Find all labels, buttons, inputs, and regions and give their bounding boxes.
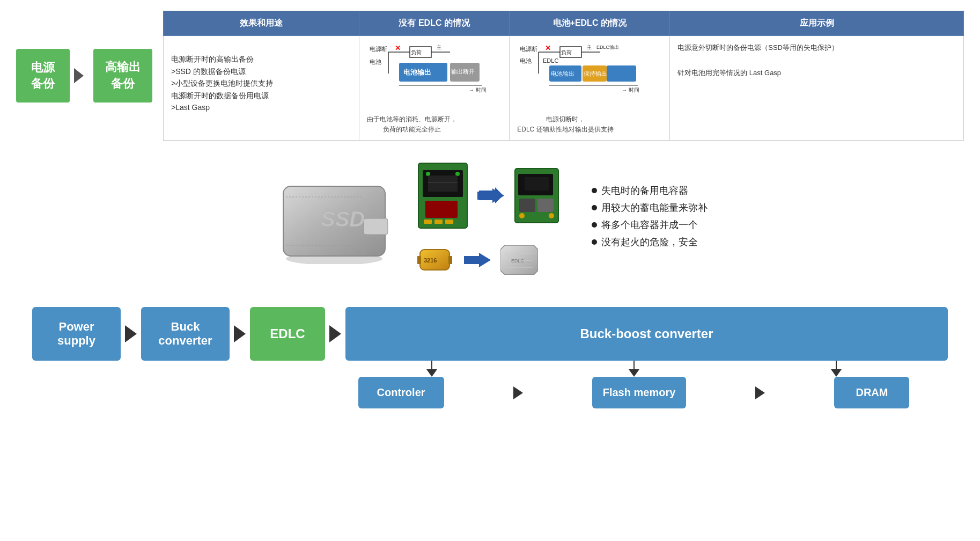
arrow-down-controller	[426, 361, 437, 377]
ssd-svg: SSD	[272, 170, 396, 264]
table-app-example-cell: 电源意外切断时的备份电源（SSD等用的失电保护） 针对电池用完等情况的 Last…	[670, 36, 964, 141]
arrows-down-row	[320, 361, 948, 377]
svg-text:EDLC输出: EDLC输出	[596, 45, 619, 50]
arrow-buck-to-edlc	[234, 325, 246, 342]
controller-box: Controler	[358, 377, 444, 408]
arrow-ps-to-buck	[125, 325, 137, 342]
svg-rect-54	[519, 199, 535, 212]
main-table: 效果和用途 没有 EDLC 的情况 电池+EDLC 的情况 应用示例 电源断开时…	[163, 11, 964, 141]
power-backup-label: 电源备份	[16, 49, 70, 103]
flash-memory-box: Flash memory	[592, 377, 687, 408]
sub-boxes-row: Controler Flash memory DRAM	[320, 377, 948, 408]
svg-text:电源断: 电源断	[370, 46, 387, 52]
svg-text:主: 主	[587, 45, 592, 50]
capacitor-yellow: 3216	[417, 245, 455, 275]
svg-rect-61	[417, 256, 421, 264]
svg-rect-55	[537, 199, 554, 212]
no-edlc-caption: 由于电池等的消耗、电源断开， 负荷的功能完全停止	[367, 114, 457, 135]
buck-boost-box: Buck-boost converter	[345, 307, 948, 361]
svg-rect-62	[448, 256, 452, 264]
table-header-examples: 应用示例	[670, 11, 964, 36]
svg-point-46	[455, 172, 460, 176]
arrow-down-flash	[629, 361, 639, 377]
with-edlc-diagram: 电源断 ✕ 负荷 主 EDLC输出 电池	[517, 41, 662, 135]
capacitor-edlc: EDLC	[500, 245, 538, 275]
svg-point-57	[549, 213, 554, 218]
svg-rect-44	[445, 220, 453, 224]
svg-text:EDLC: EDLC	[511, 258, 525, 264]
edlc-box: EDLC	[250, 307, 325, 361]
table-header-no-edlc: 没有 EDLC 的情况	[359, 11, 510, 36]
svg-rect-47	[428, 176, 458, 192]
svg-text:电池输出: 电池输出	[551, 70, 574, 77]
bottom-section: Power supply Buck converter EDLC Buck-bo…	[0, 291, 980, 425]
svg-text:负荷: 负荷	[411, 49, 422, 55]
with-edlc-caption: 电源切断时， EDLC 还辅助性地对输出提供支持	[517, 114, 613, 135]
dram-box: DRAM	[834, 377, 909, 408]
svg-rect-35	[364, 218, 388, 235]
arrow-down-dram	[831, 361, 842, 377]
bullet-dot-3	[592, 222, 597, 228]
cap-arrow-right	[463, 251, 492, 269]
svg-rect-58	[525, 177, 549, 191]
table-header-with-edlc: 电池+EDLC 的情况	[510, 11, 670, 36]
no-edlc-svg: 电源断 电池 ✕ 负荷 主	[367, 41, 496, 111]
left-labels: 电源备份 高输出 备份	[16, 49, 152, 103]
svg-text:✕: ✕	[545, 44, 551, 52]
bullet-item-2: 用较大的蓄电能量来弥补	[592, 201, 708, 214]
flow-top-row: Power supply Buck converter EDLC Buck-bo…	[32, 307, 948, 361]
svg-text:主: 主	[437, 45, 441, 50]
pcb-board-1	[417, 162, 468, 229]
buck-converter-box: Buck converter	[141, 307, 230, 361]
pcb-group	[417, 162, 559, 229]
high-output-label: 高输出 备份	[93, 49, 152, 103]
power-supply-box: Power supply	[32, 307, 121, 361]
table-no-edlc-cell: 电源断 电池 ✕ 负荷 主	[359, 36, 510, 141]
svg-rect-30	[607, 65, 636, 82]
svg-text:✕: ✕	[395, 44, 401, 52]
svg-rect-43	[434, 220, 443, 224]
svg-text:电池: 电池	[370, 59, 381, 65]
svg-text:保持输出: 保持输出	[584, 70, 607, 77]
svg-text:EDLC: EDLC	[543, 57, 558, 64]
svg-marker-63	[464, 253, 491, 267]
svg-text:SSD: SSD	[321, 207, 365, 231]
arrow-flash-to-dram	[755, 386, 765, 399]
bullet-dot-1	[592, 188, 597, 193]
svg-text:3216: 3216	[424, 257, 437, 264]
svg-text:→ 时间: → 时间	[622, 87, 639, 93]
svg-text:电源断: 电源断	[520, 46, 537, 52]
svg-text:输出断开: 输出断开	[451, 68, 475, 75]
arrow-right-icon	[74, 68, 84, 83]
svg-text:负荷: 负荷	[561, 49, 572, 55]
middle-section: SSD	[0, 146, 980, 291]
cap-group: 3216 EDLC	[417, 245, 559, 275]
svg-rect-41	[425, 201, 458, 218]
svg-point-56	[519, 213, 525, 218]
table-header-effects: 效果和用途	[164, 11, 359, 36]
bullet-item-1: 失电时的备用电容器	[592, 184, 708, 197]
top-section: 电源备份 高输出 备份 效果和用途 没有 EDLC 的情况 电池+EDLC 的情…	[0, 0, 980, 146]
pcb-arrow-right	[476, 186, 506, 205]
svg-text:电池: 电池	[520, 57, 532, 64]
bullet-list: 失电时的备用电容器 用较大的蓄电能量来弥补 将多个电容器并成一个 没有起火的危险…	[592, 184, 708, 253]
ssd-image: SSD	[272, 170, 396, 267]
arrow-edlc-to-buckboost	[329, 325, 341, 342]
pcb-cap-group: 3216 EDLC	[417, 162, 559, 275]
svg-rect-42	[424, 220, 432, 224]
table-desc-cell: 电源断开时的高输出备份 >SSD 的数据备份电源 >小型设备更换电池时提供支持 …	[164, 36, 359, 141]
no-edlc-diagram: 电源断 电池 ✕ 负荷 主	[367, 41, 502, 135]
svg-point-45	[426, 172, 430, 176]
bullet-dot-2	[592, 205, 597, 210]
pcb-board-2	[514, 167, 559, 224]
arrow-ctrl-to-flash	[513, 386, 523, 399]
bullet-dot-4	[592, 239, 597, 245]
with-edlc-svg: 电源断 ✕ 负荷 主 EDLC输出 电池	[517, 41, 662, 111]
bullet-item-4: 没有起火的危险，安全	[592, 236, 708, 248]
bullet-item-3: 将多个电容器并成一个	[592, 218, 708, 231]
svg-text:→ 时间: → 时间	[469, 87, 487, 93]
table-with-edlc-cell: 电源断 ✕ 负荷 主 EDLC输出 电池	[510, 36, 670, 141]
svg-text:电池输出: 电池输出	[403, 68, 431, 76]
